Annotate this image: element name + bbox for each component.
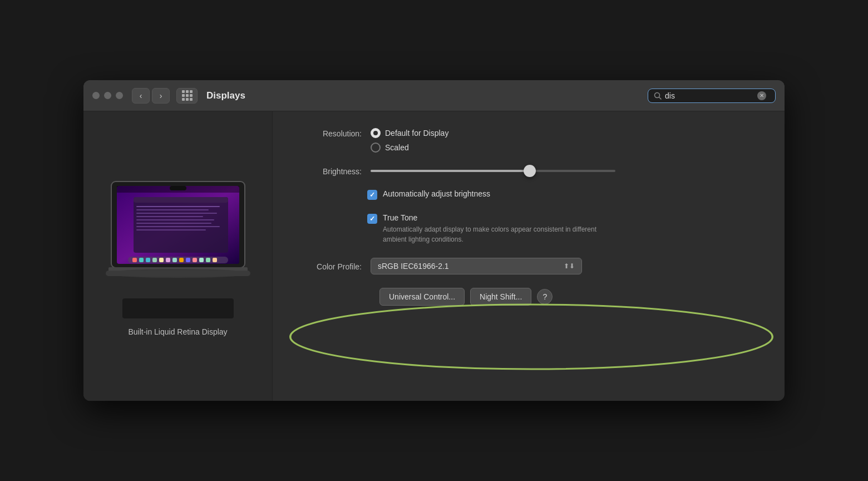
svg-rect-21	[152, 258, 157, 262]
svg-rect-27	[193, 258, 197, 262]
svg-rect-18	[132, 258, 137, 262]
svg-line-1	[659, 97, 662, 99]
radio-inner-dot	[373, 131, 378, 135]
back-icon: ‹	[140, 91, 142, 100]
svg-rect-9	[136, 206, 220, 207]
svg-rect-10	[136, 209, 209, 210]
clear-icon: ✕	[760, 92, 764, 99]
resolution-controls: Default for Display Scaled	[371, 128, 448, 153]
brightness-setting: Brightness:	[295, 166, 762, 176]
checkmark-icon: ✓	[369, 191, 375, 199]
resolution-scaled-option[interactable]: Scaled	[371, 143, 448, 153]
brightness-slider-track	[371, 170, 615, 172]
titlebar: ‹ › Displays ✕	[83, 80, 785, 111]
forward-button[interactable]: ›	[152, 88, 170, 104]
svg-rect-14	[136, 223, 211, 224]
svg-rect-15	[136, 226, 220, 227]
back-button[interactable]: ‹	[132, 88, 150, 104]
resolution-default-label: Default for Display	[385, 129, 448, 138]
true-tone-row: ✓ True Tone Automatically adapt display …	[295, 213, 762, 244]
svg-rect-19	[139, 258, 144, 262]
dropdown-arrows-icon: ⬆⬇	[564, 262, 575, 270]
brightness-slider-container	[371, 170, 615, 172]
color-profile-setting: Color Profile: sRGB IEC61966-2.1 ⬆⬇	[295, 258, 762, 274]
auto-brightness-content: Automatically adjust brightness	[383, 189, 490, 198]
search-bar[interactable]: ✕	[648, 89, 776, 103]
color-profile-value: sRGB IEC61966-2.1	[378, 262, 449, 271]
resolution-label: Resolution:	[295, 128, 362, 138]
all-preferences-button[interactable]	[176, 88, 198, 104]
svg-rect-24	[172, 258, 177, 262]
svg-rect-8	[134, 197, 228, 203]
resolution-default-radio[interactable]	[371, 128, 381, 138]
forward-icon: ›	[160, 91, 162, 100]
universal-control-button[interactable]: Universal Control...	[379, 288, 465, 306]
maximize-button[interactable]	[116, 92, 123, 99]
brightness-label: Brightness:	[295, 166, 362, 176]
system-preferences-window: ‹ › Displays ✕	[83, 80, 785, 401]
svg-rect-22	[159, 258, 164, 262]
resolution-default-option[interactable]: Default for Display	[371, 128, 448, 138]
auto-brightness-checkbox[interactable]: ✓	[367, 190, 377, 200]
display-label: Built-in Liquid Retina Display	[128, 327, 227, 336]
minimize-button[interactable]	[104, 92, 111, 99]
resolution-scaled-radio[interactable]	[371, 143, 381, 153]
grid-icon	[182, 90, 193, 101]
brightness-slider-fill	[371, 170, 530, 172]
svg-rect-29	[206, 258, 210, 262]
auto-brightness-label: Automatically adjust brightness	[383, 189, 490, 198]
svg-rect-16	[136, 229, 206, 230]
auto-brightness-row: ✓ Automatically adjust brightness	[295, 189, 762, 200]
search-clear-button[interactable]: ✕	[757, 91, 766, 100]
svg-rect-23	[166, 258, 170, 262]
true-tone-checkmark-icon: ✓	[369, 215, 375, 223]
laptop-preview: Built-in Liquid Retina Display	[100, 176, 256, 336]
display-sidebar: Built-in Liquid Retina Display	[83, 111, 273, 401]
settings-panel: Resolution: Default for Display Scaled	[273, 111, 785, 322]
night-shift-button[interactable]: Night Shift...	[470, 288, 531, 306]
svg-rect-28	[199, 258, 204, 262]
svg-rect-13	[136, 219, 214, 220]
svg-rect-20	[146, 258, 150, 262]
macbook-illustration	[100, 176, 256, 287]
content-area: Built-in Liquid Retina Display Resolutio…	[83, 111, 785, 401]
resolution-setting: Resolution: Default for Display Scaled	[295, 128, 762, 153]
settings-area-wrapper: Resolution: Default for Display Scaled	[273, 111, 785, 401]
traffic-lights	[92, 92, 123, 99]
action-buttons-row: Universal Control... Night Shift... ?	[295, 288, 762, 306]
svg-rect-6	[117, 186, 239, 193]
search-input[interactable]	[665, 91, 754, 100]
close-button[interactable]	[92, 92, 100, 99]
brightness-slider-thumb[interactable]	[524, 165, 536, 177]
svg-rect-30	[213, 258, 217, 262]
resolution-scaled-label: Scaled	[385, 143, 409, 152]
true-tone-content: True Tone Automatically adapt display to…	[383, 213, 605, 244]
color-profile-dropdown[interactable]: sRGB IEC61966-2.1 ⬆⬇	[371, 258, 582, 274]
color-profile-label: Color Profile:	[295, 261, 362, 271]
svg-rect-12	[136, 216, 203, 217]
help-button[interactable]: ?	[537, 289, 553, 305]
svg-rect-26	[186, 258, 190, 262]
navigation-buttons: ‹ ›	[132, 88, 170, 104]
svg-rect-11	[136, 213, 217, 214]
svg-rect-7	[134, 197, 228, 253]
svg-rect-25	[179, 258, 184, 262]
search-icon	[654, 92, 662, 100]
display-preview-bar	[122, 298, 234, 318]
bottom-buttons: Universal Control... Night Shift... ?	[379, 288, 553, 306]
true-tone-label: True Tone	[383, 213, 605, 222]
window-title: Displays	[206, 90, 641, 101]
true-tone-checkbox[interactable]: ✓	[367, 214, 377, 224]
svg-rect-33	[106, 271, 250, 276]
true-tone-description: Automatically adapt display to make colo…	[383, 224, 605, 244]
